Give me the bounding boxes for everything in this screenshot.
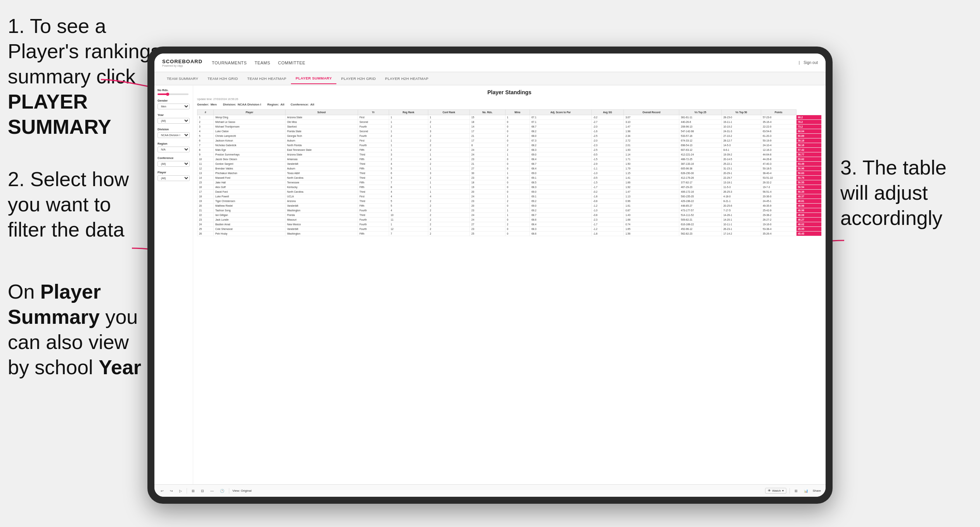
cell-7-12: 8-6-1 (722, 148, 761, 152)
cell-2-7: 0 (505, 124, 530, 129)
share-button[interactable]: Share (813, 489, 821, 492)
redo-btn[interactable]: ↪ (168, 488, 175, 494)
conference-select[interactable]: (All) (158, 161, 190, 167)
cell-1-4: 1 (389, 120, 428, 124)
table-row: 1Wenyi DingArizona StateFirst1115167.1-3… (197, 115, 822, 120)
forward-btn[interactable]: ▷ (178, 488, 184, 494)
sub-nav-player-h2h-heatmap[interactable]: PLAYER H2H HEATMAP (381, 73, 433, 84)
cell-5-14: 58.18 (796, 138, 822, 143)
cell-21-4: 10 (389, 213, 428, 218)
cell-11-0: 12 (197, 166, 214, 171)
sign-out-link[interactable]: Sign out (803, 60, 818, 65)
year-select[interactable]: (All) First Second Third Fourth Fifth (158, 118, 190, 124)
sub-nav-team-h2h-grid[interactable]: TEAM H2H GRID (203, 73, 242, 84)
cell-23-14: 46.02 (796, 222, 822, 227)
sub-nav-player-summary[interactable]: PLAYER SUMMARY (291, 73, 336, 84)
cell-6-7: 2 (505, 143, 530, 148)
cell-3-9: -1.6 (591, 129, 623, 134)
cell-13-5: 2 (428, 176, 469, 180)
cell-11-10: 1.79 (624, 166, 679, 171)
cell-22-9: -2.3 (591, 218, 623, 222)
sub-nav-team-h2h-heatmap[interactable]: TEAM H2H HEATMAP (242, 73, 291, 84)
cell-14-13: 26-32-2 (761, 180, 796, 185)
cell-4-1: Christo Lamprecht (214, 134, 286, 138)
cell-13-14: 50.75 (796, 176, 822, 180)
cell-8-10: 1.14 (624, 152, 679, 157)
cell-6-10: 2.01 (624, 143, 679, 148)
cell-17-14: 48.37 (796, 194, 822, 199)
cell-13-11: 412-179-26 (679, 176, 722, 180)
no-rids-label: No Rds. (158, 88, 190, 92)
nav-items: TOURNAMENTS TEAMS COMMITTEE (212, 59, 799, 67)
cell-24-7: 0 (505, 227, 530, 232)
cell-5-7: 0 (505, 138, 530, 143)
cell-17-6: 24 (470, 194, 506, 199)
table-row: 10Jacob Skov OlesenArkansasFifth2423068.… (197, 157, 822, 162)
division-select[interactable]: NCAA Division I NCAA Division II NCAA Di… (158, 132, 190, 138)
cell-13-10: 1.41 (624, 176, 679, 180)
dash-btn[interactable]: — (209, 488, 215, 494)
export-btn[interactable]: ⊞ (793, 488, 799, 494)
cell-2-4: 2 (389, 124, 428, 129)
cell-6-2: North Florida (285, 143, 358, 148)
cell-25-12: 17-14-2 (722, 232, 761, 236)
gender-select[interactable]: Men Women (158, 104, 190, 109)
nav-tournaments[interactable]: TOURNAMENTS (212, 59, 247, 67)
cell-19-8: 69.0 (530, 204, 591, 208)
cell-19-11: 448-85-27 (679, 204, 722, 208)
cell-19-5: 2 (428, 204, 469, 208)
cell-6-3: Fourth (358, 143, 389, 148)
cell-11-4: 5 (389, 166, 428, 171)
cell-17-10: 1.13 (624, 194, 679, 199)
watch-button[interactable]: 👁 Watch ▾ (765, 488, 786, 494)
cell-20-14: 46.98 (796, 208, 822, 213)
cell-22-1: Jack Lundin (214, 218, 286, 222)
cell-12-6: 30 (470, 171, 506, 176)
sidebar: No Rds. Gender Men Women Year (154, 85, 193, 484)
table-row: 2Michael Le SassoOle MissSecond1218067.1… (197, 120, 822, 124)
cell-11-5: 1 (428, 166, 469, 171)
chart-btn[interactable]: 📊 (802, 488, 810, 494)
region-select[interactable]: N/A All (158, 147, 190, 152)
copy-btn[interactable]: ⊞ (190, 488, 196, 494)
cell-20-11: 473-177-57 (679, 208, 722, 213)
no-rids-slider[interactable] (158, 93, 189, 95)
table-row: 7Nicholas GabrelcikNorth FloridaFourth12… (197, 143, 822, 148)
cell-20-0: 21 (197, 208, 214, 213)
cell-9-2: Arkansas (285, 157, 358, 162)
cell-23-1: Bastien Amat (214, 222, 286, 227)
undo-btn[interactable]: ↩ (159, 488, 165, 494)
cell-6-9: -2.3 (591, 143, 623, 148)
region-filter-display: Region: All (267, 103, 284, 106)
cell-24-1: Cole Sherwood (214, 227, 286, 232)
cell-12-3: Third (358, 171, 389, 176)
cell-17-7: 1 (505, 194, 530, 199)
step2-text: 2. Select how you want to filter the dat… (8, 168, 129, 241)
cell-18-1: Tiger Christensen (214, 199, 286, 204)
cell-10-10: 1.50 (624, 162, 679, 166)
cell-10-3: Third (358, 162, 389, 166)
sub-nav-team-summary[interactable]: TEAM SUMMARY (162, 73, 203, 84)
cell-20-6: 23 (470, 208, 506, 213)
cell-8-4: 3 (389, 152, 428, 157)
table-title: Player Standings (197, 89, 822, 95)
clock-btn[interactable]: 🕐 (218, 488, 226, 494)
col-vs-top25: Vs Top 25 (679, 110, 722, 115)
conference-section: Conference (All) (158, 156, 190, 167)
cell-9-4: 2 (389, 157, 428, 162)
cell-5-1: Jackson Koivun (214, 138, 286, 143)
player-select[interactable]: (All) (158, 175, 190, 181)
slider-fill (158, 93, 167, 95)
cell-24-6: 23 (470, 227, 506, 232)
paste-btn[interactable]: ⊟ (199, 488, 206, 494)
cell-17-13: 20-36-0 (761, 194, 796, 199)
cell-18-13: 24-45-1 (761, 199, 796, 204)
nav-teams[interactable]: TEAMS (255, 59, 270, 67)
nav-committee[interactable]: COMMITTEE (278, 59, 306, 67)
cell-0-8: 67.1 (530, 115, 591, 120)
cell-7-2: East Tennessee State (285, 148, 358, 152)
sub-nav-player-h2h-grid[interactable]: PLAYER H2H GRID (336, 73, 380, 84)
table-row: 21Tashiun SongWashingtonFourth4223169.2-… (197, 208, 822, 213)
cell-15-8: 68.3 (530, 185, 591, 190)
cell-12-12: 20-29-1 (722, 171, 761, 176)
